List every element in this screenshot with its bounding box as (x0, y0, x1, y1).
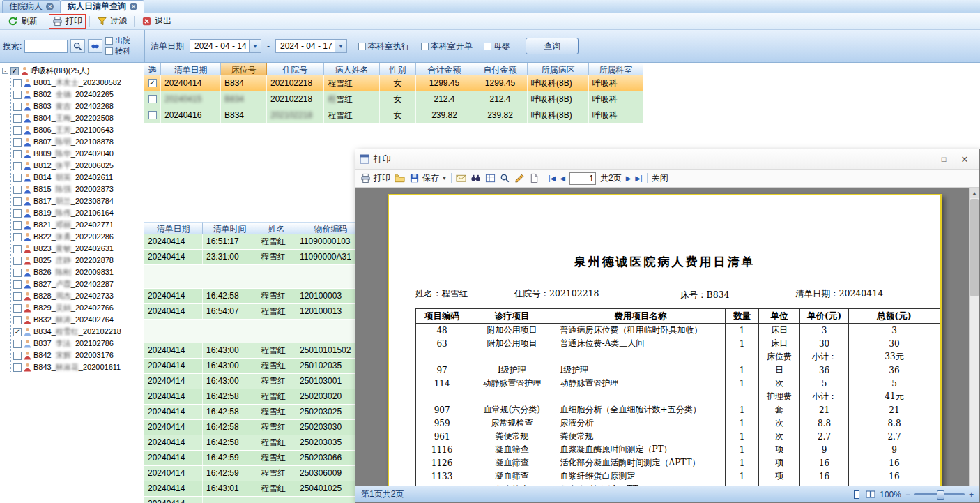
patient-checkbox[interactable] (13, 292, 22, 301)
tree-patient-item[interactable]: B822_张勇_202202286 (13, 231, 144, 243)
maximize-icon[interactable]: □ (933, 151, 954, 167)
close-tab-icon[interactable]: ✕ (46, 3, 54, 10)
patient-checkbox[interactable] (13, 126, 22, 135)
bottom-grid-row[interactable]: 2024041416:42:59程雪红250306009 (144, 466, 366, 481)
tree-patient-item[interactable]: B809_陈华_202402040 (13, 148, 144, 160)
tree-patient-item[interactable]: B828_周杰_202402733 (13, 290, 144, 302)
dept-exec-option[interactable]: 本科室执行 (358, 42, 410, 51)
patient-checkbox[interactable] (13, 162, 22, 170)
patient-checkbox[interactable] (13, 197, 22, 206)
tree-patient-item[interactable]: B802_全德_202402265 (13, 89, 144, 100)
patient-checkbox[interactable] (13, 363, 22, 372)
patient-checkbox[interactable] (13, 114, 22, 123)
patient-checkbox[interactable] (13, 221, 22, 230)
column-header[interactable]: 清单时间 (203, 222, 257, 234)
bottom-grid-row[interactable]: 2024041416:51:17程雪红11090000103 (144, 234, 366, 250)
query-button[interactable]: 查询 (526, 38, 579, 54)
tree-patient-item[interactable]: B803_黄吉_202402268 (13, 100, 144, 112)
tree-patient-item[interactable]: B804_王梅_202202508 (13, 112, 144, 124)
tree-patient-item[interactable]: B801_木友士_202308582 (13, 77, 144, 89)
column-header[interactable]: 床位号 (221, 63, 267, 75)
advanced-search-button[interactable] (88, 39, 102, 53)
print-button[interactable]: 打印 (49, 14, 86, 29)
tree-patient-item[interactable]: B827_卢霞_202402287 (13, 278, 144, 290)
top-grid-row[interactable]: 20240416B834202102218程雪红女239.82239.82呼吸科… (144, 107, 643, 123)
column-header[interactable]: 选 (144, 63, 161, 75)
tree-patient-item[interactable]: B826_陈刚_202009831 (13, 266, 144, 278)
multi-page-view-icon[interactable] (866, 490, 875, 500)
column-header[interactable]: 姓名 (257, 222, 296, 234)
scrollbar-thumb[interactable] (970, 199, 979, 296)
zoom-slider-thumb[interactable] (937, 490, 944, 500)
transfer-checkbox[interactable] (105, 47, 113, 55)
open-button[interactable] (395, 173, 405, 183)
tree-patient-item[interactable]: B812_张平_202006025 (13, 160, 144, 172)
bottom-grid-row[interactable]: 2024041423:31:00程雪红11090000A31 (144, 250, 366, 265)
column-header[interactable]: 合计金额 (416, 63, 473, 75)
mother-baby-checkbox[interactable] (484, 43, 491, 50)
top-grid-row[interactable]: 20240415B834202102218程雪红女212.4212.4呼吸科(8… (144, 91, 643, 107)
transfer-option[interactable]: 转科 (105, 47, 130, 56)
column-header[interactable]: 所属病区 (528, 63, 589, 75)
tree-patient-item[interactable]: B829_吴娟_202402766 (13, 302, 144, 314)
patient-checkbox[interactable] (13, 340, 22, 348)
last-page-icon[interactable]: ▶| (635, 173, 642, 183)
patient-checkbox[interactable] (13, 174, 22, 182)
bottom-grid-row[interactable]: 2024041416:42:58程雪红120100003 (144, 289, 366, 304)
patient-checkbox[interactable] (13, 233, 22, 241)
bottom-grid-row[interactable]: 2024041416:43:00程雪红250102035 (144, 359, 366, 374)
layout-button[interactable] (485, 173, 496, 183)
column-header[interactable]: 自付金额 (473, 63, 528, 75)
patient-checkbox[interactable] (13, 245, 22, 253)
patient-checkbox[interactable] (13, 316, 22, 324)
page-number-input[interactable] (569, 172, 596, 185)
exit-button[interactable]: 退出 (138, 14, 175, 29)
row-checkbox[interactable]: ✓ (148, 79, 157, 87)
dialog-close-button[interactable]: 关闭 (652, 172, 668, 184)
print-dialog-titlebar[interactable]: 打印 — □ ✕ (355, 149, 979, 170)
zoom-slider[interactable] (914, 493, 965, 495)
patient-checkbox[interactable] (13, 257, 22, 265)
patient-checkbox[interactable] (13, 91, 22, 99)
bottom-grid-row[interactable]: 2024041416:42:58程雪红250203035 (144, 435, 366, 451)
tree-patient-item[interactable]: B821_邓丽_202402771 (13, 219, 144, 231)
chevron-down-icon[interactable]: ▼ (250, 39, 261, 53)
patient-checkbox[interactable] (13, 280, 22, 289)
column-header[interactable]: 清单日期 (144, 222, 203, 234)
patient-checkbox[interactable] (13, 103, 22, 111)
edit-button[interactable] (514, 173, 525, 183)
dept-exec-checkbox[interactable] (358, 43, 366, 50)
patient-checkbox[interactable] (13, 352, 22, 360)
bottom-grid-row[interactable]: 2024041416:42:58程雪红250203030 (144, 420, 366, 435)
close-tab-icon[interactable]: ✕ (130, 3, 137, 10)
date-to-combo[interactable]: 2024 - 04 - 17 ▼ (275, 39, 347, 53)
top-grid-row[interactable]: ✓20240414B834202102218程雪红女1299.451299.45… (144, 75, 643, 91)
tree-patient-item[interactable]: B817_胡兰_202308784 (13, 195, 144, 207)
row-checkbox[interactable] (148, 95, 157, 103)
search-button[interactable] (70, 39, 85, 53)
tree-patient-item[interactable]: B842_宋辉_202003176 (13, 350, 144, 361)
tree-patient-item[interactable]: B843_林淑花_202001611 (13, 361, 144, 373)
next-page-icon[interactable]: ▶ (626, 173, 631, 183)
dept-order-option[interactable]: 本科室开单 (421, 42, 473, 51)
tree-patient-item[interactable]: B819_陈伟_202106164 (13, 207, 144, 219)
previous-page-icon[interactable]: ◀ (560, 173, 565, 183)
close-icon[interactable]: ✕ (954, 151, 975, 167)
patient-checkbox[interactable] (13, 138, 22, 147)
save-dropdown-icon[interactable]: ▼ (442, 176, 447, 181)
minimize-icon[interactable]: — (912, 151, 933, 167)
tree-patient-item[interactable]: B823_黄敏_202402631 (13, 243, 144, 255)
column-header[interactable]: 清单日期 (161, 63, 221, 75)
tree-patient-item[interactable]: B806_王芳_202100643 (13, 124, 144, 136)
patient-checkbox[interactable] (13, 304, 22, 313)
patient-checkbox[interactable] (13, 150, 22, 158)
mother-baby-option[interactable]: 母婴 (484, 42, 510, 51)
patient-checkbox[interactable]: ✓ (13, 328, 22, 336)
tree-patient-item[interactable]: B814_胡英_202402611 (13, 172, 144, 183)
discharge-option[interactable]: 出院 (105, 36, 130, 45)
root-checkbox[interactable]: ✓ (10, 67, 19, 75)
tree-patient-item[interactable]: B825_庄静_202202878 (13, 255, 144, 266)
row-checkbox[interactable] (148, 111, 157, 119)
bottom-grid-row[interactable]: 2024041416:43:00程雪红25010101502 (144, 343, 366, 359)
column-header[interactable]: 性别 (380, 63, 416, 75)
